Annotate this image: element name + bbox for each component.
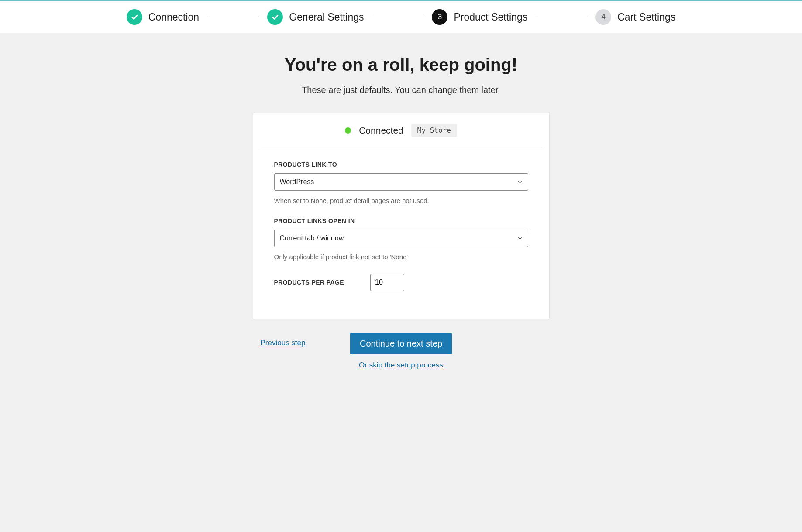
step-number: 4 [595,9,611,25]
page-subtitle: These are just defaults. You can change … [181,85,622,95]
step-label: Product Settings [454,11,527,23]
step-label: Connection [148,11,199,23]
store-badge: My Store [411,124,457,137]
step-general-settings[interactable]: General Settings [267,9,364,25]
field-label: PRODUCT LINKS OPEN IN [274,217,528,224]
step-label: General Settings [289,11,364,23]
status-dot-icon [345,127,351,134]
field-product-links-open-in: PRODUCT LINKS OPEN IN Only applicable if… [274,217,528,261]
check-icon [267,9,283,25]
product-links-open-in-select[interactable] [274,230,528,247]
connection-status-header: Connected My Store [260,113,542,147]
step-connection[interactable]: Connection [127,9,199,25]
main-content: You're on a roll, keep going! These are … [181,55,622,370]
settings-form: PRODUCTS LINK TO When set to None, produ… [253,147,549,319]
step-divider [535,17,588,17]
products-per-page-input[interactable] [370,274,404,291]
field-label: PRODUCTS LINK TO [274,161,528,168]
wizard-actions: Previous step Continue to next step Or s… [253,333,550,370]
field-label: PRODUCTS PER PAGE [274,279,344,286]
check-icon [127,9,142,25]
step-divider [207,17,259,17]
field-products-per-page: PRODUCTS PER PAGE [274,274,528,291]
field-help: Only applicable if product link not set … [274,253,528,261]
step-cart-settings[interactable]: 4 Cart Settings [595,9,675,25]
step-label: Cart Settings [617,11,675,23]
continue-button[interactable]: Continue to next step [350,333,452,354]
step-divider [372,17,424,17]
step-product-settings[interactable]: 3 Product Settings [432,9,527,25]
skip-setup-link[interactable]: Or skip the setup process [359,361,443,370]
step-number: 3 [432,9,447,25]
previous-step-link[interactable]: Previous step [261,339,306,347]
field-help: When set to None, product detail pages a… [274,197,528,204]
page-title: You're on a roll, keep going! [181,55,622,75]
status-text: Connected [359,125,403,136]
products-link-to-select[interactable] [274,173,528,191]
wizard-stepper: Connection General Settings 3 Product Se… [0,1,802,33]
field-products-link-to: PRODUCTS LINK TO When set to None, produ… [274,161,528,204]
settings-card: Connected My Store PRODUCTS LINK TO When… [253,113,550,319]
